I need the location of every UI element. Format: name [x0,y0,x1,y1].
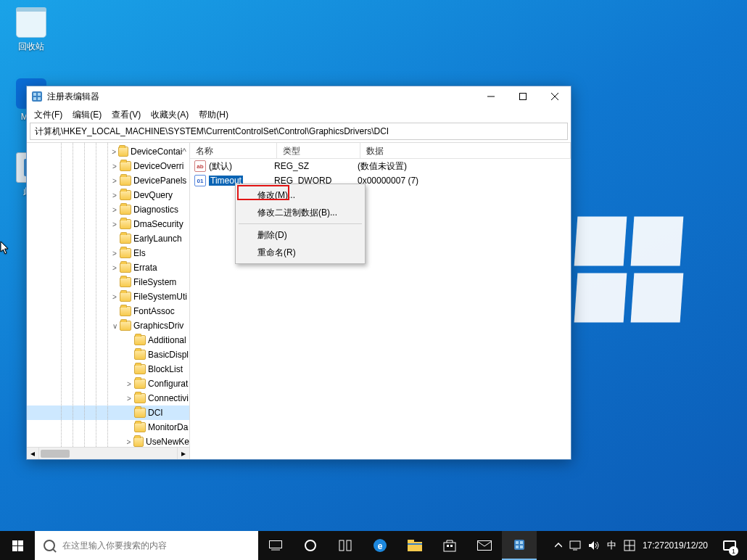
tree-node[interactable]: BlockList [27,362,189,376]
ime-indicator[interactable]: 中 [607,539,616,552]
expand-icon[interactable]: > [110,264,119,272]
tree-node[interactable]: FontAssoc [27,304,189,318]
task-icon-1[interactable] [328,531,363,560]
tree-node[interactable]: DCI [27,405,189,420]
ctx-delete[interactable]: 删除(D) [237,226,363,244]
taskbar: 在这里输入你要搜索的内容 e 中 17:27 2019/12/20 1 [0,531,747,560]
tree-label: Connectivi [148,393,189,403]
expand-icon[interactable]: > [110,206,119,214]
menu-help[interactable]: 帮助(H) [194,107,233,123]
folder-icon [120,205,131,215]
ctx-modify-binary[interactable]: 修改二进制数据(B)... [237,204,363,221]
tree-node[interactable]: >UseNewKe [27,435,189,447]
mail-taskbar-icon[interactable] [467,531,502,560]
expand-icon[interactable]: > [110,221,119,228]
start-button[interactable] [0,531,35,560]
col-name[interactable]: 名称 [190,143,277,158]
ctx-modify[interactable]: 修改(M)... [237,186,363,204]
active-app-taskbar-icon[interactable] [502,531,537,560]
tree-label: MonitorDa [148,422,188,432]
value-data: (数值未设置) [358,160,571,173]
expand-icon[interactable]: > [125,395,133,403]
recycle-bin-icon[interactable]: 回收站 [4,7,59,53]
folder-icon [134,335,146,345]
minimize-button[interactable] [475,86,507,107]
tree-label: DevQuery [133,190,173,200]
expand-icon[interactable]: ∨ [110,322,119,330]
scroll-thumb[interactable] [41,450,70,458]
folder-icon [120,263,131,273]
tree-node[interactable]: Additional [27,333,189,347]
menu-file[interactable]: 文件(F) [30,107,67,123]
expand-icon[interactable]: > [110,192,119,199]
edge-taskbar-icon[interactable]: e [363,531,397,560]
tree-node[interactable]: >Els [27,246,189,260]
windows-logo-wallpaper [576,216,682,322]
tree-node[interactable]: >DeviceContai^ [27,144,189,159]
search-box[interactable]: 在这里输入你要搜索的内容 [35,531,258,560]
taskview-icon[interactable] [258,531,293,560]
tree-node[interactable]: >Errata [27,260,189,275]
tree-node[interactable]: >Connectivi [27,391,189,405]
menu-edit[interactable]: 编辑(E) [68,107,106,123]
tray-volume-icon[interactable] [588,540,600,551]
store-taskbar-icon[interactable] [432,531,467,560]
clock[interactable]: 17:27 2019/12/20 [643,540,708,551]
expand-icon[interactable]: > [110,293,119,301]
maximize-button[interactable] [507,86,539,107]
tree-label: FontAssoc [133,306,175,316]
tree-label: DeviceOverri [133,161,183,171]
cortana-icon[interactable] [293,531,328,560]
menu-view[interactable]: 查看(V) [107,107,145,123]
folder-icon [120,219,131,229]
expand-icon[interactable]: > [125,380,133,388]
list-row[interactable]: ab(默认)REG_SZ(数值未设置) [190,159,571,173]
col-type[interactable]: 类型 [277,143,360,158]
ime-indicator-2[interactable] [624,540,635,551]
folder-icon [120,306,131,316]
svg-rect-22 [478,541,492,551]
tree-node[interactable]: ∨GraphicsDriv [27,318,189,333]
svg-rect-19 [444,543,455,551]
tree-node[interactable]: FileSystem [27,275,189,289]
svg-point-11 [305,540,315,551]
tree-label: GraphicsDriv [133,321,183,331]
svg-rect-28 [570,541,580,548]
tree-node[interactable]: >FileSystemUti [27,289,189,304]
tree-label: FileSystem [133,277,176,287]
tree-label: BlockList [148,364,183,374]
tree-node[interactable]: >Configurat [27,376,189,391]
tray-chevron-icon[interactable] [555,543,562,548]
expand-icon[interactable]: > [110,148,117,156]
tray-network-icon[interactable] [569,540,581,551]
tree-hscrollbar[interactable]: ◂ ▸ [27,447,189,459]
folder-icon [120,321,131,331]
expand-icon[interactable]: > [110,250,119,258]
expand-icon[interactable]: > [110,177,119,185]
menu-favorites[interactable]: 收藏夹(A) [146,107,193,123]
tree-node[interactable]: >DeviceOverri [27,159,189,173]
scroll-left-icon[interactable]: ◂ [27,448,39,459]
svg-rect-2 [38,93,41,96]
close-button[interactable] [539,86,571,107]
folder-icon [120,176,131,186]
tree-node[interactable]: >Diagnostics [27,202,189,217]
explorer-taskbar-icon[interactable] [397,531,432,560]
tree-view[interactable]: >DeviceContai^>DeviceOverri>DevicePanels… [27,143,189,447]
notifications-icon[interactable]: 1 [715,531,744,560]
scroll-right-icon[interactable]: ▸ [177,448,189,459]
address-bar[interactable]: 计算机\HKEY_LOCAL_MACHINE\SYSTEM\CurrentCon… [30,123,568,140]
titlebar[interactable]: 注册表编辑器 [27,86,571,107]
tree-node[interactable]: >DmaSecurity [27,217,189,231]
folder-icon [133,437,144,447]
tree-node[interactable]: EarlyLaunch [27,231,189,246]
tree-node[interactable]: >DevQuery [27,188,189,202]
tree-node[interactable]: >DevicePanels [27,173,189,188]
tree-node[interactable]: MonitorDa [27,420,189,435]
ctx-rename[interactable]: 重命名(R) [237,244,363,261]
tree-node[interactable]: BasicDispl [27,347,189,362]
expand-icon[interactable]: > [125,438,133,446]
ctx-separator [239,223,362,224]
expand-icon[interactable]: > [110,162,119,170]
col-data[interactable]: 数据 [360,143,571,158]
